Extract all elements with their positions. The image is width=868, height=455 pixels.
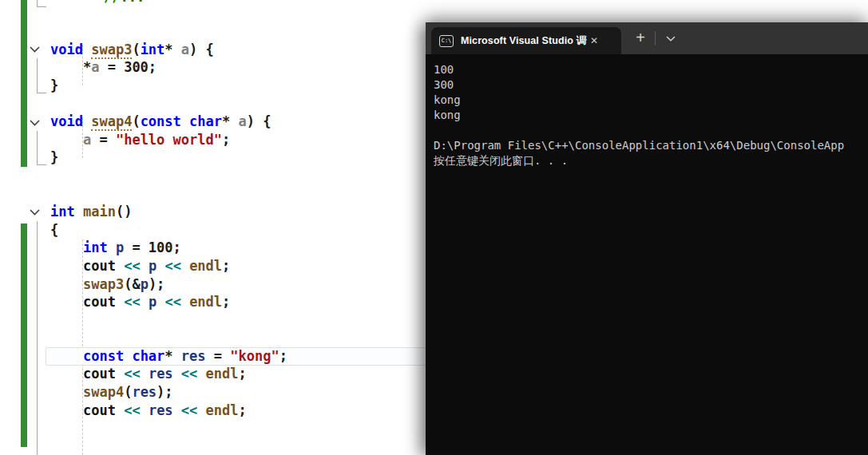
fold-guide [37,58,38,93]
tab-title: Microsoft Visual Studio 调试控 [461,34,587,48]
terminal-line: 按任意键关闭此窗口. . . [434,153,868,168]
fold-guide [37,93,46,93]
code-line: cout << res << endl; [50,402,287,420]
fold-guide [37,131,38,164]
code-line [50,329,287,347]
screen: //... void swap3(int* a) { *a = 300;}voi… [0,0,868,455]
code-line: const char* res = "kong"; [50,347,287,366]
code-line [50,95,287,113]
terminal-line [434,123,868,138]
change-tracking-bar [21,224,27,447]
terminal-line: kong [434,93,868,108]
code-line: swap3(&p); [50,275,287,294]
fold-chevron-swap3[interactable] [30,46,40,53]
code-line: } [50,77,287,95]
close-icon[interactable]: ✕ [590,35,598,46]
terminal-window: C:\ Microsoft Visual Studio 调试控 ✕ + 1003… [426,22,868,455]
code-line [50,311,287,330]
fold-guide [37,164,46,165]
terminal-tab[interactable]: C:\ Microsoft Visual Studio 调试控 ✕ [431,27,621,54]
code-line [50,22,287,41]
terminal-line: 300 [434,77,868,93]
code-line: *a = 300; [50,58,287,77]
code-line: int main() [50,203,287,221]
code-line: { [50,221,287,239]
fold-chevron-swap4[interactable] [30,120,40,126]
code-line [50,419,287,437]
fold-guide [37,0,38,6]
code-line: cout << res << endl; [50,365,287,383]
code-line: } [50,148,287,167]
fold-chevron-main[interactable] [30,209,40,216]
code-line [50,5,287,23]
code-line: cout << p << endl; [50,293,287,311]
code-line [50,185,287,204]
fold-guide [37,6,46,7]
code-lines: void swap3(int* a) { *a = 300;}void swap… [50,0,287,455]
terminal-output[interactable]: 100300kongkongD:\Program Files\C++\Conso… [426,54,868,455]
code-line: int p = 100; [50,239,287,257]
tab-bar-divider [655,31,656,46]
code-line: void swap4(const char* a) { [50,113,287,131]
terminal-line: D:\Program Files\C++\ConsoleApplication1… [434,138,868,153]
terminal-line: kong [434,108,868,123]
fold-guide [37,221,38,455]
new-tab-button[interactable]: + [630,30,651,47]
change-tracking-bar [21,0,27,167]
tab-dropdown-button[interactable] [662,30,680,46]
code-line: swap4(res); [50,383,287,402]
code-line [50,167,287,185]
chevron-down-icon [666,36,676,42]
terminal-line: 100 [434,62,868,77]
command-prompt-icon: C:\ [439,35,454,47]
code-line: cout << p << endl; [50,257,287,275]
code-line [50,437,287,455]
code-line: void swap3(int* a) { [50,41,287,59]
code-line: a = "hello world"; [50,131,287,149]
terminal-tab-bar: C:\ Microsoft Visual Studio 调试控 ✕ + [426,22,868,54]
